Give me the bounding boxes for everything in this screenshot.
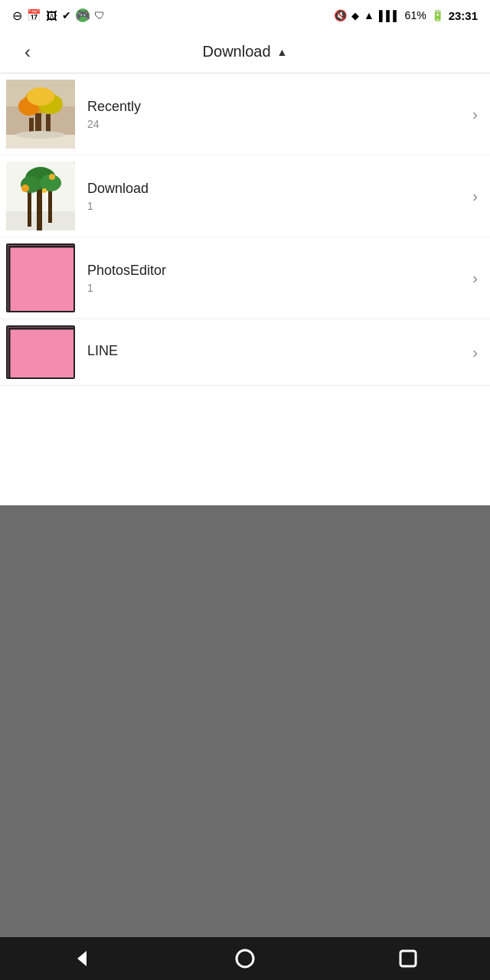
download-thumb-image — [6, 162, 75, 230]
list-item[interactable]: Download 1 › — [0, 155, 490, 237]
status-bar: ⊖ 📅 🖼 ✔ 🎮 🛡 🔇 ◆ ▲ ▌▌▌ 61% 🔋 23:31 — [0, 0, 490, 31]
download-thumbnail — [6, 162, 75, 230]
svg-rect-24 — [8, 327, 75, 379]
svg-rect-14 — [28, 192, 31, 227]
nav-recent-button[interactable] — [385, 937, 431, 980]
line-info: LINE — [87, 343, 466, 362]
svg-rect-22 — [8, 245, 75, 312]
nav-back-button[interactable] — [59, 937, 105, 980]
battery-icon: 🔋 — [431, 9, 444, 21]
status-icons-left: ⊖ 📅 🖼 ✔ 🎮 🛡 — [12, 8, 105, 23]
recently-count: 24 — [87, 118, 466, 130]
bottom-navigation — [0, 937, 490, 980]
photoseditor-info: PhotosEditor 1 — [87, 263, 466, 294]
content-area: Recently 24 › — [0, 74, 490, 505]
download-info: Download 1 — [87, 181, 466, 212]
download-name: Download — [87, 181, 466, 197]
svg-point-20 — [49, 174, 55, 180]
status-icons-right: 🔇 ◆ ▲ ▌▌▌ 61% 🔋 23:31 — [334, 9, 478, 22]
line-name: LINE — [87, 343, 466, 359]
header-title-area: Download ▲ — [43, 43, 447, 60]
sort-icon[interactable]: ▲ — [277, 46, 288, 58]
svg-point-19 — [21, 185, 29, 192]
nav-back-icon — [71, 948, 93, 969]
nav-recent-icon — [397, 948, 419, 969]
nav-home-button[interactable] — [222, 937, 268, 980]
download-count: 1 — [87, 200, 466, 212]
back-arrow-icon: ‹ — [24, 41, 31, 63]
network-bars-icon: ▌▌▌ — [379, 10, 400, 21]
svg-rect-15 — [48, 191, 52, 223]
photoseditor-count: 1 — [87, 282, 466, 294]
line-thumbnail — [6, 325, 75, 379]
remove-icon: ⊖ — [12, 8, 22, 23]
list-item[interactable]: PhotosEditor 1 › — [0, 237, 490, 319]
signal-icon: ◆ — [351, 10, 359, 21]
download-chevron: › — [472, 188, 478, 205]
nav-home-icon — [234, 948, 256, 969]
svg-point-27 — [237, 950, 253, 967]
recently-info: Recently 24 — [87, 99, 466, 130]
wifi-icon: ▲ — [364, 9, 374, 21]
recently-chevron: › — [472, 106, 478, 123]
list-item[interactable]: Recently 24 › — [0, 74, 490, 155]
game-icon: 🎮 — [76, 8, 90, 22]
photoseditor-name: PhotosEditor — [87, 263, 466, 279]
svg-marker-26 — [77, 951, 87, 966]
gray-background-area — [0, 505, 490, 937]
photoseditor-thumbnail — [6, 243, 75, 312]
back-button[interactable]: ‹ — [12, 37, 43, 67]
recently-thumbnail — [6, 80, 75, 149]
svg-point-21 — [42, 188, 47, 193]
app-header: ‹ Download ▲ — [0, 31, 490, 74]
battery-label: 61% — [405, 9, 426, 21]
recently-name: Recently — [87, 99, 466, 115]
page-title: Download — [203, 43, 271, 60]
status-time: 23:31 — [449, 9, 478, 22]
mute-icon: 🔇 — [334, 9, 347, 21]
svg-point-8 — [27, 87, 54, 106]
svg-rect-28 — [400, 951, 416, 966]
photoseditor-thumb-image — [8, 245, 75, 312]
recently-thumb-image — [6, 80, 75, 149]
list-item[interactable]: LINE › — [0, 319, 490, 386]
shield-icon: 🛡 — [94, 9, 105, 21]
check-icon: ✔ — [62, 9, 71, 21]
photoseditor-chevron: › — [472, 270, 478, 287]
calendar-icon: 📅 — [27, 8, 41, 22]
svg-point-10 — [16, 131, 65, 139]
image-icon: 🖼 — [46, 9, 57, 22]
line-chevron: › — [472, 344, 478, 361]
line-thumb-image — [8, 327, 75, 379]
